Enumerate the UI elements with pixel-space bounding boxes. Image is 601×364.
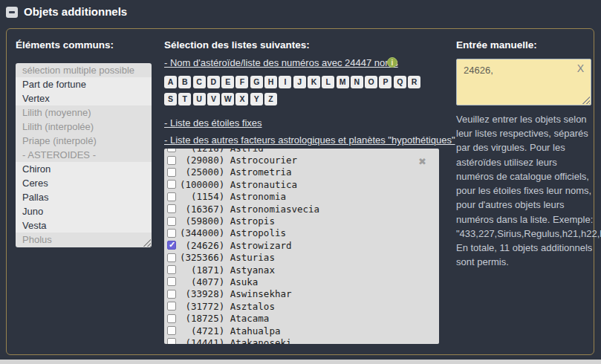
asteroid-number: (16367) <box>180 204 224 215</box>
clear-x-icon[interactable]: X <box>577 62 584 74</box>
asteroid-name: Astrometria <box>230 166 292 178</box>
letter-button-n[interactable]: N <box>351 76 363 88</box>
letter-button-h[interactable]: H <box>264 76 277 88</box>
common-elements-list[interactable]: sélection multiple possiblePart de fortu… <box>16 63 152 247</box>
letter-button-a[interactable]: A <box>164 76 177 88</box>
letter-buttons-row-2: STUVWXYZ <box>164 93 277 105</box>
asteroid-name: Astronomia <box>230 191 286 202</box>
letter-button-t[interactable]: T <box>178 93 191 105</box>
asteroid-row[interactable]: (1154)Astronomia <box>164 191 439 203</box>
collapse-minus-icon[interactable] <box>6 7 18 18</box>
list-item[interactable]: Pallas <box>16 190 152 204</box>
letter-button-o[interactable]: O <box>365 76 377 88</box>
letter-button-i[interactable]: I <box>279 76 291 88</box>
list-item[interactable]: Vesta <box>16 218 152 233</box>
letter-button-v[interactable]: V <box>207 93 220 105</box>
letter-button-k[interactable]: K <box>308 76 320 88</box>
textarea-resize-handle[interactable] <box>582 96 590 104</box>
checkbox-unchecked[interactable] <box>167 302 176 311</box>
checkbox-unchecked[interactable] <box>167 290 176 299</box>
letter-button-m[interactable]: M <box>337 76 349 88</box>
checkbox-unchecked[interactable] <box>167 156 176 165</box>
checkbox-unchecked[interactable] <box>167 192 176 201</box>
list-item[interactable]: Juno <box>16 204 152 218</box>
fixed-stars-link[interactable]: - Liste des étoiles fixes <box>164 117 262 129</box>
asteroid-row[interactable]: (59800)Astropis <box>164 215 439 227</box>
asteroid-row[interactable]: (16367)Astronomiasvecia <box>164 203 439 215</box>
letter-button-g[interactable]: G <box>250 76 263 88</box>
asteroid-row[interactable]: (1218)Astrid <box>164 149 439 154</box>
asteroid-name: Astrocourier <box>230 155 297 166</box>
checkbox-unchecked[interactable] <box>167 180 176 189</box>
list-item: - ASTEROIDES - <box>16 148 152 162</box>
asteroid-checkbox-list[interactable]: (1218)Astrid(29080)Astrocourier(25000)As… <box>164 149 439 344</box>
list-item[interactable]: Ceres <box>16 176 152 190</box>
letter-button-s[interactable]: S <box>164 93 177 105</box>
asteroid-row[interactable]: (344000)Astropolis <box>164 227 439 239</box>
checkbox-unchecked[interactable] <box>167 204 176 213</box>
asteroid-name: Astronomiasvecia <box>230 204 319 215</box>
checkbox-unchecked[interactable] <box>167 149 176 152</box>
asteroid-row[interactable]: (14441)Atakanoseki <box>164 337 439 344</box>
asteroid-list-scroll-content: (1218)Astrid(29080)Astrocourier(25000)As… <box>164 149 439 344</box>
checkbox-checked[interactable] <box>167 241 176 250</box>
asteroid-name: Atakanoseki <box>230 337 292 344</box>
asteroid-number: (18725) <box>180 313 224 324</box>
asteroid-row[interactable]: (325366)Asturias <box>164 252 439 264</box>
letter-button-x[interactable]: X <box>235 93 248 105</box>
other-factors-link[interactable]: - Liste des autres facteurs astrologique… <box>164 134 455 146</box>
asteroid-names-link[interactable]: - Nom d'astéroïde/liste des numéros avec… <box>164 57 398 68</box>
checkbox-unchecked[interactable] <box>167 326 176 335</box>
list-item[interactable]: Vertex <box>16 91 152 105</box>
asteroid-row[interactable]: (100000)Astronautica <box>164 178 439 190</box>
list-item[interactable]: Part de fortune <box>16 77 152 91</box>
list-item[interactable]: Chiron <box>16 162 152 176</box>
asteroid-row[interactable]: (4077)Asuka <box>164 276 439 287</box>
checkbox-unchecked[interactable] <box>167 314 176 323</box>
asteroid-name: Atacama <box>230 313 270 324</box>
letter-button-c[interactable]: C <box>193 76 206 88</box>
checkbox-unchecked[interactable] <box>167 217 176 226</box>
asteroid-row[interactable]: (1871)Astyanax <box>164 264 439 276</box>
section-header: Objets additionnels <box>0 0 601 24</box>
letter-button-r[interactable]: R <box>408 76 420 88</box>
letter-button-d[interactable]: D <box>207 76 220 88</box>
asteroid-row[interactable]: (18725)Atacama <box>164 312 439 324</box>
letter-button-l[interactable]: L <box>322 76 334 88</box>
letter-button-z[interactable]: Z <box>264 93 277 105</box>
letter-button-e[interactable]: E <box>221 76 234 88</box>
common-elements-label: Éléments communs: <box>16 39 114 51</box>
asteroid-row[interactable]: (31772)Asztalos <box>164 300 439 312</box>
checkbox-unchecked[interactable] <box>167 229 176 238</box>
asteroid-row[interactable]: (24626)Astrowizard <box>164 239 439 251</box>
asteroid-number: (1218) <box>180 149 224 154</box>
letter-button-b[interactable]: B <box>178 76 191 88</box>
close-icon[interactable]: ✖ <box>418 156 426 167</box>
letter-button-f[interactable]: F <box>235 76 248 88</box>
checkbox-unchecked[interactable] <box>167 168 176 177</box>
asteroid-row[interactable]: (29080)Astrocourier <box>164 154 439 166</box>
manual-entry-textarea[interactable]: 24626, X <box>456 59 591 105</box>
asteroid-row[interactable]: (33928)Aswinsekhar <box>164 288 439 300</box>
bottom-page-strip <box>0 360 601 364</box>
checkbox-unchecked[interactable] <box>167 265 176 274</box>
list-item: Pholus <box>16 233 152 247</box>
info-icon[interactable]: i <box>387 57 397 68</box>
asteroid-row[interactable]: (4721)Atahualpa <box>164 325 439 337</box>
letter-button-u[interactable]: U <box>193 93 206 105</box>
letter-button-w[interactable]: W <box>221 93 234 105</box>
checkbox-unchecked[interactable] <box>167 253 176 262</box>
checkbox-unchecked[interactable] <box>167 277 176 286</box>
asteroid-number: (24626) <box>180 240 224 251</box>
checkbox-unchecked[interactable] <box>167 338 176 344</box>
asteroid-row[interactable]: (25000)Astrometria <box>164 166 439 178</box>
letter-button-q[interactable]: Q <box>394 76 406 88</box>
letter-button-y[interactable]: Y <box>250 93 263 105</box>
asteroid-number: (33928) <box>180 288 224 299</box>
list-item: Priape (interpolé) <box>16 134 152 148</box>
letter-button-p[interactable]: P <box>379 76 392 88</box>
manual-entry-value: 24626, <box>464 65 493 76</box>
asteroid-name: Astyanax <box>230 264 275 276</box>
letter-button-j[interactable]: J <box>293 76 306 88</box>
asteroid-name: Aswinsekhar <box>230 288 292 299</box>
